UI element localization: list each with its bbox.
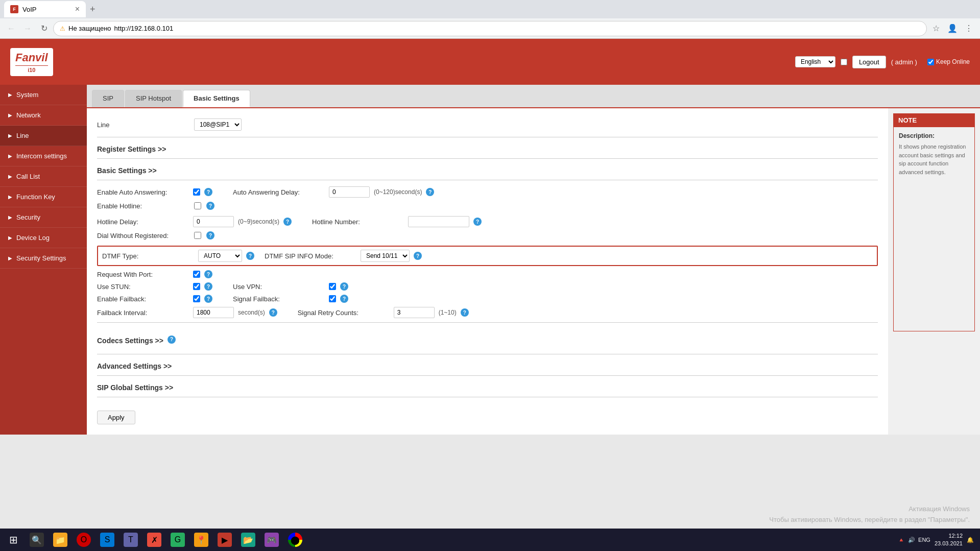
hotline-help-icon[interactable]: ?: [206, 202, 214, 210]
use-stun-help-icon[interactable]: ?: [204, 282, 212, 291]
hotline-delay-input[interactable]: [193, 216, 234, 227]
tab-sip-hotspot[interactable]: SIP Hotspot: [125, 90, 182, 107]
enable-failback-checkbox[interactable]: [193, 295, 200, 302]
dtmf-sip-info-select[interactable]: Send 10/11 Send */#: [361, 250, 410, 262]
signal-failback-checkbox[interactable]: [329, 295, 336, 302]
hotline-delay-help-icon[interactable]: ?: [283, 218, 292, 226]
line-row: Line 108@SIP1: [97, 118, 878, 131]
menu-button[interactable]: ⋮: [962, 21, 976, 36]
logo-fanvil: Fanvil: [15, 51, 48, 64]
note-desc-text: It shows phone registration account basi…: [899, 142, 969, 176]
hotline-number-input[interactable]: [408, 216, 469, 227]
logout-button[interactable]: Logout: [852, 56, 886, 68]
enable-hotline-checkbox[interactable]: [194, 202, 201, 209]
taskbar-app3-button[interactable]: ✗: [143, 531, 165, 549]
forward-button[interactable]: →: [20, 21, 35, 36]
signal-retry-counts-input[interactable]: [394, 307, 435, 318]
taskbar-chrome-button[interactable]: ⬤: [284, 531, 306, 549]
codecs-help-icon[interactable]: ?: [168, 336, 176, 344]
advanced-settings-title[interactable]: Advanced Settings >>: [97, 362, 878, 370]
language-select[interactable]: English Chinese: [795, 56, 835, 67]
use-stun-checkbox[interactable]: [193, 283, 200, 290]
sidebar-item-system[interactable]: ▶ System: [0, 85, 87, 105]
sidebar-item-securitysettings[interactable]: ▶ Security Settings: [0, 248, 87, 269]
profile-button[interactable]: 👤: [945, 21, 960, 36]
ssl-checkbox[interactable]: [841, 59, 847, 65]
dtmf-type-select[interactable]: AUTO INBAND RFC2833 SIP INFO: [198, 250, 242, 262]
signal-retry-counts-help-icon[interactable]: ?: [461, 308, 469, 317]
enable-auto-answering-checkbox[interactable]: [193, 188, 200, 196]
signal-failback-help-icon[interactable]: ?: [340, 295, 348, 303]
sidebar-item-line[interactable]: ▶ Line: [0, 126, 87, 146]
taskbar-app6-button[interactable]: ▶: [213, 531, 236, 549]
taskbar-app1-button[interactable]: S: [96, 531, 118, 549]
failback-interval-field: Failback Interval: second(s) ?: [97, 307, 277, 318]
taskbar-opera-button[interactable]: O: [73, 531, 95, 549]
taskbar-app5-button[interactable]: 📍: [190, 531, 212, 549]
enable-failback-help-icon[interactable]: ?: [204, 295, 212, 303]
dial-without-registered-help-icon[interactable]: ?: [206, 231, 214, 239]
tab-close-button[interactable]: ×: [75, 5, 80, 14]
keep-online-checkbox[interactable]: [927, 59, 934, 65]
tab-basic-settings[interactable]: Basic Settings: [183, 90, 250, 107]
content-with-note: Line 108@SIP1 Register Settings >> Basic…: [87, 108, 980, 435]
taskbar: ⊞ 🔍 📁 O S T ✗ G 📍 ▶ 📂 🎮 ⬤ 🔺 🔊 ENG: [0, 529, 980, 551]
start-button[interactable]: ⊞: [2, 531, 25, 549]
new-tab-button[interactable]: +: [86, 4, 100, 15]
apply-row: Apply: [97, 405, 878, 424]
sidebar-item-network[interactable]: ▶ Network: [0, 105, 87, 126]
divider: [97, 354, 878, 354]
browser-tab[interactable]: F VoIP ×: [4, 1, 86, 17]
failback-interval-help-icon[interactable]: ?: [269, 308, 277, 317]
request-with-port-checkbox[interactable]: [193, 271, 200, 278]
taskbar-right: 🔺 🔊 ENG 12:12 23.03.2021 🔔: [898, 532, 978, 548]
taskbar-app2-button[interactable]: T: [119, 531, 142, 549]
auto-answering-delay-label: Auto Answering Delay:: [233, 188, 325, 196]
apply-button[interactable]: Apply: [97, 411, 135, 424]
address-bar[interactable]: ⚠ Не защищено http://192.168.0.101: [53, 21, 927, 36]
dtmf-sip-info-help-icon[interactable]: ?: [414, 252, 422, 260]
failback-interval-input[interactable]: [193, 307, 234, 318]
auto-answering-help-icon[interactable]: ?: [204, 188, 212, 196]
request-with-port-help-icon[interactable]: ?: [204, 270, 212, 278]
main-layout: ▶ System ▶ Network ▶ Line ▶ Intercom set…: [0, 85, 980, 435]
auto-answering-delay-input[interactable]: [329, 186, 370, 198]
taskbar-app8-button[interactable]: 🎮: [260, 531, 283, 549]
dial-without-registered-row: Dial Without Registered: ?: [97, 231, 878, 239]
use-vpn-help-icon[interactable]: ?: [340, 282, 348, 291]
taskbar-app7-button[interactable]: 📂: [237, 531, 259, 549]
star-button[interactable]: ☆: [929, 21, 943, 36]
register-settings-title[interactable]: Register Settings >>: [97, 145, 878, 153]
hotline-enable-row: Enable Hotline: ?: [97, 202, 878, 210]
tab-sip[interactable]: SIP: [92, 90, 124, 107]
signal-failback-field: Signal Failback: ?: [233, 295, 348, 303]
sidebar-item-intercom[interactable]: ▶ Intercom settings: [0, 146, 87, 166]
chevron-icon: ▶: [8, 194, 12, 200]
notification-button[interactable]: 🔔: [967, 537, 974, 543]
reload-button[interactable]: ↻: [37, 21, 51, 36]
sidebar-item-devicelog[interactable]: ▶ Device Log: [0, 228, 87, 248]
signal-retry-counts-field: Signal Retry Counts: (1~10) ?: [298, 307, 469, 318]
hotline-number-help-icon[interactable]: ?: [473, 218, 482, 226]
use-vpn-checkbox[interactable]: [329, 283, 336, 290]
chevron-icon: ▶: [8, 112, 12, 118]
dial-without-registered-checkbox[interactable]: [194, 232, 201, 239]
note-panel: NOTE Description: It shows phone registr…: [893, 113, 975, 429]
basic-settings-title[interactable]: Basic Settings >>: [97, 166, 878, 175]
sidebar-item-security[interactable]: ▶ Security: [0, 207, 87, 228]
taskbar-search-button[interactable]: 🔍: [26, 531, 48, 549]
chevron-icon: ▶: [8, 214, 12, 220]
auto-answering-delay-help-icon[interactable]: ?: [426, 188, 434, 196]
signal-retry-counts-label: Signal Retry Counts:: [298, 309, 390, 317]
enable-failback-field: Enable Failback: ?: [97, 295, 212, 303]
taskbar-app4-button[interactable]: G: [166, 531, 189, 549]
line-select[interactable]: 108@SIP1: [194, 118, 242, 131]
back-button[interactable]: ←: [4, 21, 18, 36]
sidebar-item-functionkey[interactable]: ▶ Function Key: [0, 187, 87, 207]
taskbar-files-button[interactable]: 📁: [49, 531, 71, 549]
sip-global-settings-title[interactable]: SIP Global Settings >>: [97, 384, 878, 392]
dial-without-registered-label: Dial Without Registered:: [97, 232, 189, 239]
codecs-settings-title[interactable]: Codecs Settings >>: [97, 337, 163, 345]
sidebar-item-calllist[interactable]: ▶ Call List: [0, 166, 87, 187]
dtmf-type-help-icon[interactable]: ?: [246, 252, 254, 260]
